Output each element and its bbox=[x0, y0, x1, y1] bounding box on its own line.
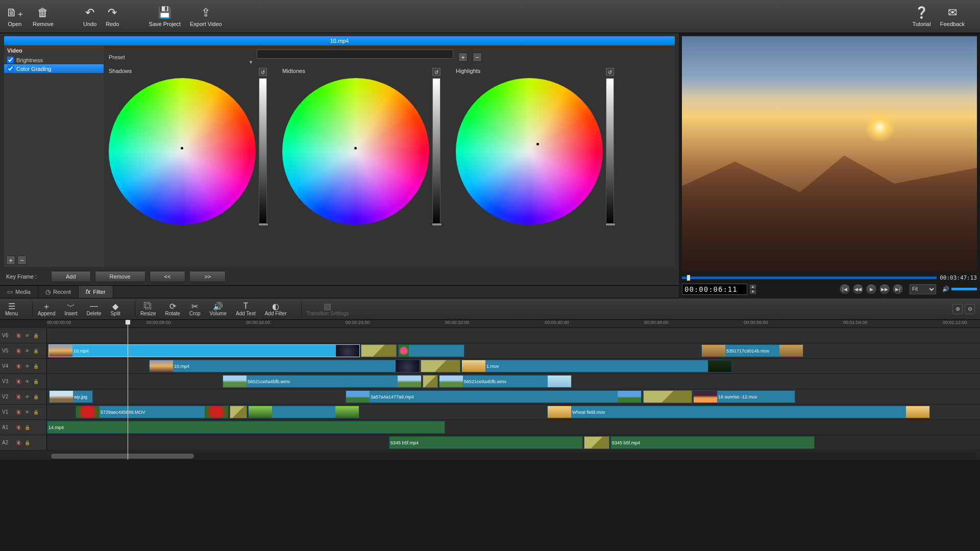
keyframe-next-button[interactable]: >> bbox=[189, 271, 226, 282]
split-button[interactable]: ◆Split bbox=[110, 302, 120, 316]
forward-button[interactable]: ▶▶ bbox=[879, 284, 890, 295]
save-project-button[interactable]: 💾Save Project bbox=[149, 3, 181, 30]
skip-start-button[interactable]: |◀ bbox=[839, 284, 850, 295]
mute-icon[interactable]: 🔇 bbox=[15, 363, 22, 370]
eye-icon[interactable]: 👁 bbox=[23, 409, 31, 416]
lock-icon[interactable]: 🔒 bbox=[32, 393, 39, 400]
remove-button[interactable]: 🗑Remove bbox=[33, 3, 54, 30]
insert-button[interactable]: ﹀Insert bbox=[65, 302, 78, 316]
open-button[interactable]: 🗎₊Open bbox=[6, 3, 23, 30]
midtones-wheel-handle[interactable] bbox=[354, 147, 357, 149]
track-lane[interactable]: 10.mp45351717c9014b.mov bbox=[47, 343, 980, 358]
color-grading-checkbox[interactable] bbox=[7, 65, 14, 72]
track-lane[interactable]: 5345 b5f.mp45345 b5f.mp4 bbox=[47, 435, 980, 450]
transition[interactable] bbox=[361, 344, 397, 357]
keyframe-add-button[interactable]: Add bbox=[51, 271, 91, 282]
remove-filter-sq-button[interactable]: − bbox=[17, 256, 27, 265]
highlights-wheel-handle[interactable] bbox=[536, 143, 539, 145]
lock-icon[interactable]: 🔒 bbox=[23, 439, 31, 446]
transition[interactable] bbox=[643, 390, 692, 403]
track-lane[interactable]: 14.mp4 bbox=[47, 420, 980, 435]
brightness-checkbox[interactable] bbox=[7, 57, 14, 63]
highlights-luma-slider[interactable] bbox=[606, 78, 614, 225]
shadows-wheel-handle[interactable] bbox=[181, 147, 183, 149]
volume-icon[interactable]: 🔊 bbox=[942, 286, 949, 292]
midtones-color-wheel[interactable] bbox=[282, 78, 429, 225]
timeline-scrollbar[interactable] bbox=[51, 453, 976, 460]
lock-icon[interactable]: 🔒 bbox=[32, 409, 39, 416]
slider-handle[interactable] bbox=[605, 223, 616, 226]
midtones-luma-slider[interactable] bbox=[432, 78, 440, 225]
preset-select[interactable] bbox=[257, 49, 453, 59]
clip[interactable]: 1.mov bbox=[461, 360, 732, 372]
lock-icon[interactable]: 🔒 bbox=[23, 424, 31, 431]
delete-button[interactable]: —Delete bbox=[87, 302, 102, 316]
clip[interactable]: 5345 b5f.mp4 bbox=[610, 436, 815, 449]
clip[interactable]: 5345 b5f.mp4 bbox=[389, 436, 583, 449]
eye-icon[interactable]: 👁 bbox=[23, 378, 31, 385]
tab-filter[interactable]: fxFilter bbox=[79, 286, 113, 298]
eye-icon[interactable]: 👁 bbox=[23, 363, 31, 370]
slider-handle[interactable] bbox=[432, 223, 442, 226]
play-button[interactable]: ▶ bbox=[866, 284, 877, 295]
tab-media[interactable]: ▭Media bbox=[0, 286, 38, 298]
seek-bar[interactable] bbox=[682, 277, 937, 279]
mute-icon[interactable]: 🔇 bbox=[15, 393, 22, 400]
shadows-luma-slider[interactable] bbox=[259, 78, 267, 225]
track-lane[interactable]: 5729aec495689.MOVWheat field.mov bbox=[47, 405, 980, 419]
clip[interactable] bbox=[248, 406, 359, 418]
rotate-button[interactable]: ⟳Rotate bbox=[165, 302, 180, 316]
resize-button[interactable]: ⿻Resize bbox=[140, 302, 156, 316]
timecode-down-button[interactable]: ▼ bbox=[749, 289, 756, 294]
eye-icon[interactable]: 👁 bbox=[23, 332, 31, 339]
add-filter-button[interactable]: ◐Add Filter bbox=[265, 302, 287, 316]
transition[interactable] bbox=[421, 360, 460, 372]
preset-add-button[interactable]: + bbox=[458, 53, 468, 62]
undo-button[interactable]: ↶Undo bbox=[83, 3, 96, 30]
tab-recent[interactable]: ◷Recent bbox=[38, 286, 79, 298]
transition[interactable] bbox=[230, 406, 247, 418]
feedback-button[interactable]: ✉Feedback bbox=[940, 3, 965, 30]
add-text-button[interactable]: TAdd Text bbox=[236, 302, 256, 316]
midtones-reset-button[interactable]: ↺ bbox=[432, 68, 440, 76]
clip[interactable]: 3a57a4a1477a9.mp4 bbox=[346, 390, 642, 403]
volume-button[interactable]: 🔊Volume bbox=[210, 302, 227, 316]
transition[interactable] bbox=[423, 375, 438, 388]
clip[interactable]: 56521ce8a4bfb.wmv bbox=[223, 375, 422, 388]
slider-handle[interactable] bbox=[258, 223, 268, 226]
volume-slider[interactable] bbox=[951, 288, 977, 290]
keyframe-prev-button[interactable]: << bbox=[150, 271, 186, 282]
timeline-ruler[interactable]: 00:00:00:0000:00:08:0000:00:16:0000:00:2… bbox=[47, 320, 980, 328]
zoom-fit-select[interactable]: Fit bbox=[910, 284, 936, 294]
shadows-reset-button[interactable]: ↺ bbox=[259, 68, 267, 76]
clip[interactable]: 18 sunrise -12.mov bbox=[693, 390, 795, 403]
mute-icon[interactable]: 🔇 bbox=[15, 332, 22, 339]
timecode-up-button[interactable]: ▲ bbox=[749, 284, 756, 289]
mute-icon[interactable]: 🔇 bbox=[15, 424, 22, 431]
preset-remove-button[interactable]: − bbox=[473, 53, 482, 62]
highlights-color-wheel[interactable] bbox=[456, 78, 603, 225]
shadows-color-wheel[interactable] bbox=[109, 78, 256, 225]
tutorial-button[interactable]: ❔Tutorial bbox=[912, 3, 930, 30]
eye-icon[interactable]: 👁 bbox=[23, 347, 31, 355]
timecode-field[interactable]: 00:00:06:11 bbox=[682, 284, 747, 295]
clip[interactable]: 5351717c9014b.mov bbox=[701, 344, 803, 357]
clip[interactable] bbox=[398, 344, 464, 357]
export-video-button[interactable]: ⇪Export Video bbox=[190, 3, 222, 30]
zoom-in-button[interactable]: ⊕ bbox=[952, 304, 963, 314]
track-lane[interactable]: wp.jpg3a57a4a1477a9.mp418 sunrise -12.mo… bbox=[47, 389, 980, 404]
append-button[interactable]: ＋Append bbox=[38, 302, 55, 316]
lock-icon[interactable]: 🔒 bbox=[32, 347, 39, 355]
track-lane[interactable]: 10.mp41.mov bbox=[47, 359, 980, 373]
color-grading-item[interactable]: Color Grading bbox=[4, 64, 104, 73]
clip[interactable]: 14.mp4 bbox=[47, 421, 445, 434]
highlights-reset-button[interactable]: ↺ bbox=[606, 68, 614, 76]
playhead[interactable] bbox=[128, 320, 128, 460]
crop-button[interactable]: ✂Crop bbox=[189, 302, 201, 316]
brightness-item[interactable]: Brightness bbox=[4, 56, 104, 64]
skip-end-button[interactable]: ▶| bbox=[892, 284, 903, 295]
keyframe-remove-button[interactable]: Remove bbox=[95, 271, 145, 282]
scrollbar-thumb[interactable] bbox=[51, 454, 194, 459]
lock-icon[interactable]: 🔒 bbox=[32, 378, 39, 385]
rewind-button[interactable]: ◀◀ bbox=[852, 284, 864, 295]
